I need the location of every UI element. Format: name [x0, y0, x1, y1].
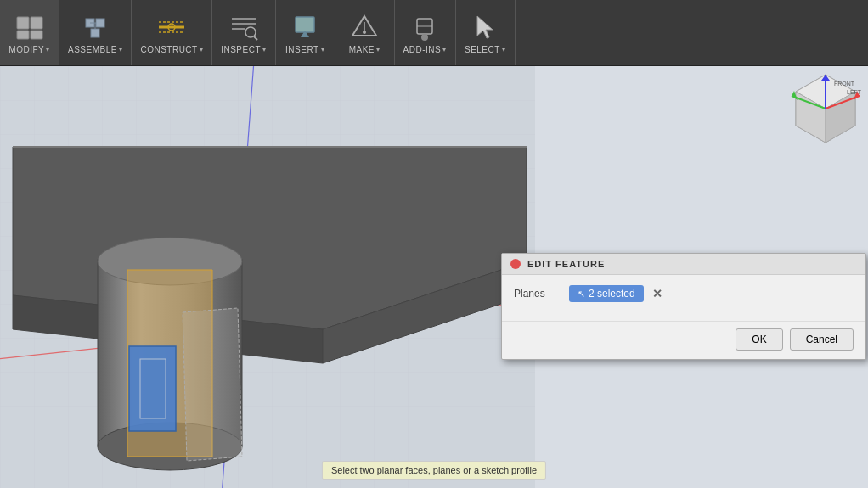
- toolbar-insert[interactable]: INSERT▾: [276, 0, 335, 65]
- status-hint-text: Select two planar faces, planes or a ske…: [331, 465, 537, 475]
- construct-label: CONSTRUCT▾: [140, 45, 203, 54]
- select-icon: [468, 11, 502, 43]
- planes-selection-badge[interactable]: ↖ 2 selected: [569, 285, 644, 302]
- inspect-icon: [227, 11, 261, 43]
- toolbar-inspect[interactable]: INSPECT▾: [212, 0, 275, 65]
- toolbar-select[interactable]: SELECT▾: [456, 0, 516, 65]
- dialog-close-button[interactable]: [510, 259, 521, 269]
- select-label: SELECT▾: [465, 45, 505, 54]
- svg-text:LEFT: LEFT: [847, 89, 862, 95]
- assemble-label: ASSEMBLE▾: [68, 45, 122, 54]
- svg-rect-2: [17, 31, 29, 39]
- planes-label: Planes: [514, 288, 561, 300]
- toolbar-construct[interactable]: CONSTRUCT▾: [132, 0, 212, 65]
- svg-rect-5: [96, 19, 104, 27]
- svg-point-25: [421, 34, 428, 41]
- cursor-icon: ↖: [578, 289, 585, 300]
- construct-icon: [155, 11, 189, 43]
- make-label: MAKE▾: [349, 45, 380, 54]
- toolbar-modify[interactable]: MODIFY▾: [0, 0, 59, 65]
- ok-button[interactable]: OK: [736, 328, 782, 351]
- svg-text:FRONT: FRONT: [834, 81, 855, 87]
- assemble-icon: [78, 11, 112, 43]
- svg-rect-6: [91, 29, 99, 37]
- inspect-label: INSPECT▾: [221, 45, 266, 54]
- addins-icon: [408, 11, 442, 43]
- insert-label: INSERT▾: [285, 45, 324, 54]
- svg-marker-43: [183, 308, 242, 461]
- dialog-body: Planes ↖ 2 selected ✕: [502, 275, 865, 321]
- svg-point-16: [245, 27, 256, 37]
- modify-icon: [13, 11, 47, 43]
- viewport[interactable]: LEFT FRONT EDIT FEATURE Planes ↖ 2 selec…: [0, 66, 868, 488]
- dialog-footer: OK Cancel: [502, 321, 865, 359]
- cancel-button[interactable]: Cancel: [790, 328, 854, 351]
- modify-label: MODIFY▾: [8, 45, 49, 54]
- edit-feature-dialog: EDIT FEATURE Planes ↖ 2 selected ✕ OK Ca…: [501, 253, 866, 360]
- dialog-titlebar: EDIT FEATURE: [502, 254, 865, 275]
- svg-point-22: [363, 31, 366, 34]
- insert-icon: [288, 11, 322, 43]
- svg-line-17: [254, 36, 257, 40]
- toolbar-assemble[interactable]: ASSEMBLE▾: [59, 0, 132, 65]
- make-icon: [347, 11, 381, 43]
- dialog-title: EDIT FEATURE: [527, 259, 605, 269]
- toolbar-make[interactable]: MAKE▾: [335, 0, 395, 65]
- addins-label: ADD-INS▾: [403, 45, 447, 54]
- planes-row: Planes ↖ 2 selected ✕: [514, 285, 854, 302]
- clear-selection-button[interactable]: ✕: [652, 287, 662, 300]
- svg-marker-27: [477, 16, 493, 38]
- model-view: [0, 66, 535, 488]
- selected-count-text: 2 selected: [589, 288, 635, 300]
- nav-cube[interactable]: LEFT FRONT: [787, 70, 864, 147]
- svg-rect-18: [296, 17, 314, 32]
- toolbar-addins[interactable]: ADD-INS▾: [395, 0, 456, 65]
- status-hint: Select two planar faces, planes or a ske…: [322, 461, 546, 480]
- svg-rect-1: [31, 17, 42, 29]
- svg-rect-0: [17, 17, 29, 29]
- toolbar: MODIFY▾ ASSEMBLE▾ CON: [0, 0, 868, 66]
- svg-rect-3: [31, 31, 42, 39]
